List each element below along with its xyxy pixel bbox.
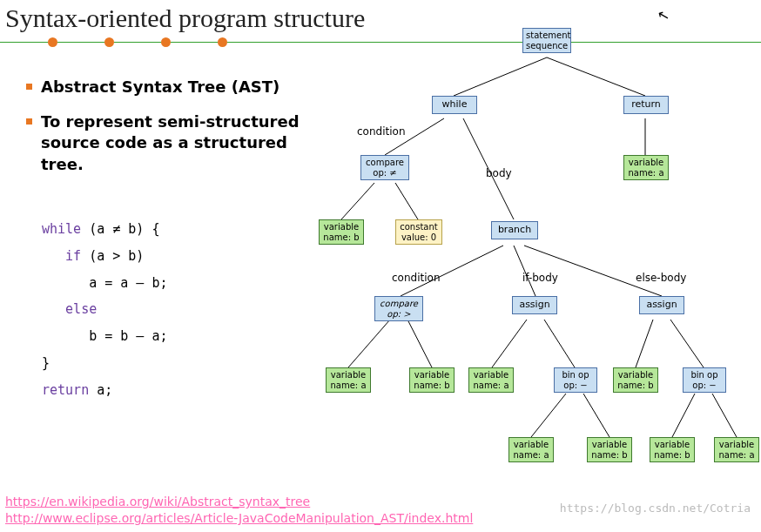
page-title: Syntax-oriented program structure bbox=[5, 3, 365, 33]
node-leaf: variablename: b bbox=[319, 219, 364, 245]
node-leaf: variablename: b bbox=[613, 367, 658, 393]
edge-label: else-body bbox=[636, 272, 686, 284]
svg-line-13 bbox=[544, 320, 575, 367]
code-text: (a > b) bbox=[81, 248, 144, 264]
node-return: return bbox=[623, 96, 669, 114]
node-leaf: variablename: a bbox=[468, 367, 514, 393]
svg-line-19 bbox=[712, 394, 737, 437]
svg-line-9 bbox=[524, 246, 662, 296]
node-assign: assign bbox=[639, 296, 684, 314]
code-sample: while (a ≠ b) { if (a > b) a = a – b; el… bbox=[42, 216, 168, 403]
code-kw: else bbox=[42, 301, 97, 317]
node-leaf: variablename: b bbox=[587, 437, 632, 462]
node-binop: bin opop: − bbox=[683, 367, 726, 393]
code-kw: while bbox=[42, 221, 81, 237]
edge-label: body bbox=[486, 167, 512, 179]
code-text: a = a – b; bbox=[42, 275, 168, 291]
code-text: b = b – a; bbox=[42, 328, 168, 344]
node-leaf: variablename: a bbox=[714, 437, 759, 462]
svg-line-14 bbox=[531, 394, 566, 437]
ast-diagram: condition body condition if-body else-bo… bbox=[313, 28, 761, 524]
cursor-icon: ↖ bbox=[656, 6, 671, 25]
node-leaf: variablename: a bbox=[326, 367, 371, 393]
svg-line-17 bbox=[670, 320, 704, 367]
accent-dot bbox=[48, 37, 57, 47]
svg-line-11 bbox=[407, 320, 432, 367]
bullet-icon bbox=[26, 84, 32, 90]
bullet-item: To represent semi-structured source code… bbox=[26, 111, 302, 175]
svg-line-18 bbox=[672, 394, 695, 437]
bullet-text: Abstract Syntax Tree (AST) bbox=[41, 77, 279, 98]
code-text: } bbox=[42, 355, 50, 371]
svg-line-1 bbox=[547, 57, 645, 96]
svg-line-16 bbox=[636, 320, 653, 367]
bullet-text: To represent semi-structured source code… bbox=[41, 111, 302, 175]
node-compare: compareop: ≠ bbox=[360, 155, 409, 180]
node-assign: assign bbox=[512, 296, 557, 314]
svg-line-6 bbox=[395, 183, 418, 219]
code-text: a; bbox=[89, 382, 112, 398]
svg-line-15 bbox=[583, 394, 609, 437]
svg-line-0 bbox=[454, 57, 547, 96]
node-leaf: variablename: b bbox=[409, 367, 455, 393]
node-branch: branch bbox=[491, 221, 538, 239]
link-wikipedia[interactable]: https://en.wikipedia.org/wiki/Abstract_s… bbox=[5, 495, 310, 508]
accent-dot bbox=[218, 37, 227, 47]
node-while: while bbox=[432, 96, 477, 114]
node-compare: compareop: > bbox=[374, 296, 423, 321]
code-text: (a ≠ b) { bbox=[81, 221, 159, 237]
node-root: statementsequence bbox=[522, 28, 571, 53]
svg-line-8 bbox=[514, 246, 535, 296]
node-leaf: variablename: a bbox=[623, 155, 669, 180]
node-leaf: variablename: b bbox=[650, 437, 695, 462]
bullet-item: Abstract Syntax Tree (AST) bbox=[26, 77, 279, 98]
edge-label: condition bbox=[392, 272, 440, 284]
node-leaf: variablename: a bbox=[508, 437, 554, 462]
svg-line-10 bbox=[348, 320, 390, 367]
accent-dot bbox=[104, 37, 114, 47]
node-leaf: constantvalue: 0 bbox=[395, 219, 442, 245]
svg-line-12 bbox=[492, 320, 527, 367]
svg-line-7 bbox=[401, 246, 503, 296]
bullet-icon bbox=[26, 118, 32, 125]
edge-label: if-body bbox=[522, 272, 558, 284]
code-kw: return bbox=[42, 382, 89, 398]
accent-dot bbox=[161, 37, 171, 47]
edge-label: condition bbox=[357, 125, 405, 138]
node-binop: bin opop: − bbox=[554, 367, 597, 393]
code-kw: if bbox=[42, 248, 81, 264]
svg-line-5 bbox=[341, 183, 374, 219]
